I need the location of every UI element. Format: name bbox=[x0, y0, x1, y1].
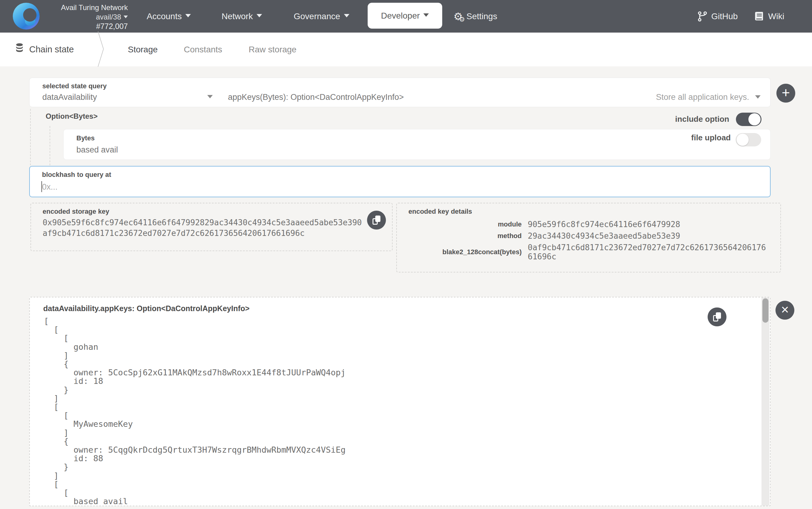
menu-developer-label: Developer bbox=[381, 11, 420, 21]
chevron-down-icon bbox=[185, 14, 191, 18]
section-label: Chain state bbox=[29, 44, 74, 55]
network-info[interactable]: Avail Turing Network avail/38 #772,007 bbox=[46, 3, 128, 31]
gears-icon: ⚙⚙ bbox=[454, 11, 463, 22]
method-description[interactable]: Store all application keys. bbox=[656, 93, 761, 102]
method-select[interactable]: appKeys(Bytes): Option<DaControlAppKeyIn… bbox=[228, 93, 404, 102]
top-navbar: Avail Turing Network avail/38 #772,007 A… bbox=[0, 0, 812, 33]
indent-guide bbox=[30, 109, 31, 165]
database-icon bbox=[14, 43, 24, 56]
file-upload-label: file upload bbox=[691, 133, 731, 142]
add-query-button[interactable] bbox=[776, 84, 795, 103]
copy-storage-key-button[interactable] bbox=[367, 211, 386, 230]
pallet-select[interactable]: dataAvailability bbox=[42, 93, 213, 102]
tab-constants[interactable]: Constants bbox=[184, 33, 222, 66]
close-result-button[interactable] bbox=[775, 301, 795, 320]
chevron-down-icon bbox=[256, 14, 262, 18]
wiki-link[interactable]: Wiki bbox=[754, 0, 784, 33]
include-option-toggle[interactable] bbox=[736, 113, 762, 126]
bytes-field-input[interactable]: based avail bbox=[76, 145, 118, 155]
state-query-box: selected state query dataAvailability ap… bbox=[29, 78, 771, 107]
module-value: 905e59f6c8fc974ec64116e6f6479928 bbox=[528, 220, 771, 229]
param-type-label: Option<Bytes> bbox=[46, 112, 98, 121]
section-tabbar: Chain state Storage Constants Raw storag… bbox=[0, 33, 812, 66]
menu-network-label: Network bbox=[221, 11, 253, 21]
query-results-panel: dataAvailability.appKeys: Option<DaContr… bbox=[29, 297, 771, 506]
blake2-label: blake2_128concat(bytes) bbox=[409, 248, 522, 256]
blockhash-label: blockhash to query at bbox=[42, 171, 111, 179]
module-label: module bbox=[409, 220, 522, 228]
toggle-knob bbox=[748, 113, 761, 126]
include-option-label: include option bbox=[675, 114, 729, 124]
blake2-value-line: 61696c bbox=[528, 252, 771, 261]
bytes-param-box: Bytes based avail file upload bbox=[63, 129, 771, 160]
app-root: Avail Turing Network avail/38 #772,007 A… bbox=[0, 0, 812, 509]
github-link-label: GitHub bbox=[711, 11, 738, 21]
book-icon bbox=[754, 11, 764, 22]
menu-governance-label: Governance bbox=[294, 11, 340, 21]
encoded-key-details-label: encoded key details bbox=[409, 208, 472, 215]
menu-settings[interactable]: ⚙⚙ Settings bbox=[454, 0, 497, 33]
menu-network[interactable]: Network bbox=[221, 0, 262, 33]
code-fork-icon bbox=[698, 11, 707, 22]
tab-storage[interactable]: Storage bbox=[128, 33, 157, 66]
copy-icon bbox=[713, 312, 721, 321]
wiki-link-label: Wiki bbox=[768, 11, 784, 21]
blake2-value-line: 0af9cb471c6d8171c23672ed7027e7d72c626173… bbox=[528, 243, 771, 252]
scrollbar-thumb[interactable] bbox=[763, 298, 769, 323]
menu-settings-label: Settings bbox=[466, 11, 497, 21]
chevron-down-icon bbox=[755, 95, 761, 99]
method-description-text: Store all application keys. bbox=[656, 93, 749, 102]
state-query-label: selected state query bbox=[42, 82, 107, 90]
avail-logo-icon[interactable] bbox=[13, 3, 40, 30]
pallet-select-value: dataAvailability bbox=[42, 93, 97, 102]
blockhash-input[interactable]: 0x... bbox=[42, 182, 58, 192]
encoded-storage-key-box: encoded storage key 0x905e59f6c8fc974ec6… bbox=[30, 203, 393, 251]
menu-accounts-label: Accounts bbox=[147, 11, 182, 21]
menu-governance[interactable]: Governance bbox=[294, 0, 349, 33]
encoded-key-details-box: encoded key details module 905e59f6c8fc9… bbox=[396, 203, 781, 272]
encoded-storage-key-label: encoded storage key bbox=[43, 208, 109, 215]
copy-icon bbox=[373, 215, 381, 225]
key-hex-line: af9cb471c6d8171c23672ed7027e7d72c6261736… bbox=[43, 228, 390, 239]
breadcrumb-chevron-icon bbox=[97, 30, 105, 68]
chevron-down-icon bbox=[123, 15, 128, 18]
blake2-value: 0af9cb471c6d8171c23672ed7027e7d72c626173… bbox=[528, 243, 771, 261]
chevron-down-icon bbox=[344, 14, 349, 18]
toggle-knob bbox=[737, 134, 749, 146]
section-chain-state: Chain state bbox=[14, 33, 74, 66]
chain-spec: avail/38 bbox=[46, 12, 128, 22]
chevron-down-icon bbox=[423, 13, 429, 17]
tab-raw-storage[interactable]: Raw storage bbox=[249, 33, 296, 66]
method-label: method bbox=[409, 232, 522, 240]
results-scrollbar[interactable] bbox=[762, 298, 769, 506]
method-value: 29ac34430c4934c5e3aaeed5abe53e39 bbox=[528, 231, 771, 240]
results-output: [ [ [ gohan ] { owner: 5CocSpj62xG11MAkQ… bbox=[44, 317, 346, 506]
block-number: #772,007 bbox=[46, 22, 128, 31]
encoded-storage-key-value: 0x905e59f6c8fc974ec64116e6f647992829ac34… bbox=[43, 217, 390, 239]
bytes-field-label: Bytes bbox=[76, 134, 95, 142]
key-hex-line: 0x905e59f6c8fc974ec64116e6f647992829ac34… bbox=[43, 217, 390, 228]
copy-result-button[interactable] bbox=[708, 307, 727, 326]
query-results-title: dataAvailability.appKeys: Option<DaContr… bbox=[43, 304, 250, 313]
menu-developer[interactable]: Developer bbox=[368, 3, 442, 29]
indent-guide bbox=[49, 126, 50, 165]
blockhash-field: blockhash to query at 0x... bbox=[29, 166, 771, 197]
chevron-down-icon bbox=[207, 95, 213, 98]
menu-accounts[interactable]: Accounts bbox=[147, 0, 191, 33]
file-upload-toggle[interactable] bbox=[736, 133, 761, 146]
network-name: Avail Turing Network bbox=[46, 3, 128, 12]
encoded-key-details-grid: module 905e59f6c8fc974ec64116e6f6479928 … bbox=[409, 220, 771, 261]
github-link[interactable]: GitHub bbox=[698, 0, 738, 33]
